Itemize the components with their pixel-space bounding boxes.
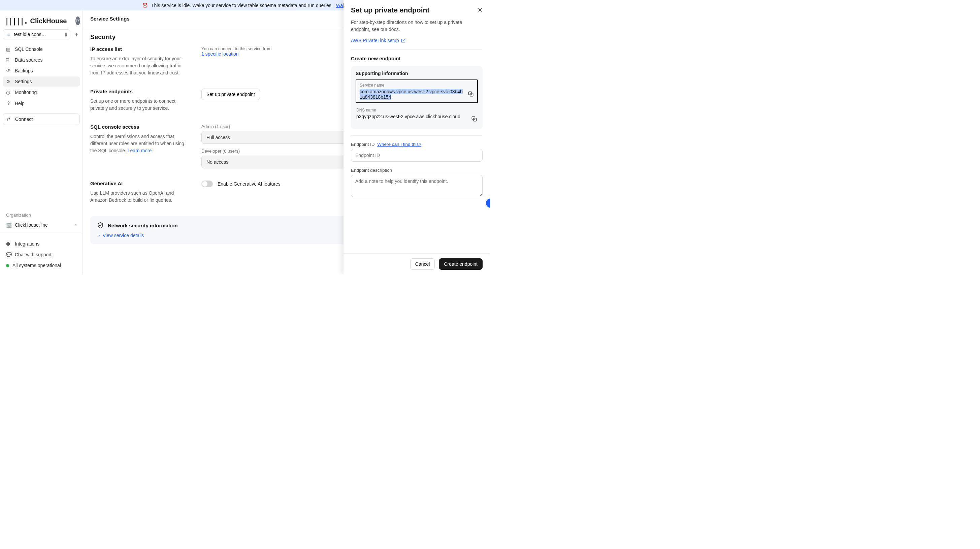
- sidebar-item-help[interactable]: ？ Help: [3, 98, 80, 109]
- service-name-value: com.amazonaws.vpce.us-west-2.vpce-svc-03…: [360, 89, 465, 100]
- external-link-icon: [401, 38, 406, 43]
- clock-icon: ⏰: [142, 3, 148, 8]
- supporting-information-box: Supporting information Service name com.…: [351, 66, 483, 129]
- generative-ai-toggle-label: Enable Generative AI features: [218, 181, 280, 186]
- aws-privatelink-setup-link[interactable]: AWS PrivateLink setup: [351, 38, 406, 43]
- sql-console-access-title: SQL console access: [90, 124, 188, 130]
- setup-private-endpoint-button[interactable]: Set up private endpoint: [201, 89, 260, 100]
- sql-console-access-desc: Control the permissions and access that …: [90, 133, 188, 154]
- chevron-updown-icon: ⇅: [65, 33, 67, 37]
- connect-button[interactable]: ⇄ Connect: [3, 113, 80, 125]
- sidebar: |||||. ClickHouse TS ☁️ test idle cons… …: [0, 10, 83, 275]
- private-endpoint-drawer: Set up private endpoint ✕ For step-by-st…: [344, 0, 490, 275]
- chevron-right-icon: ›: [98, 233, 100, 238]
- sidebar-item-monitoring[interactable]: ◷ Monitoring: [3, 87, 80, 97]
- status-dot-green-icon: [6, 264, 9, 267]
- sidebar-item-label: Backups: [15, 68, 33, 73]
- database-icon: ⌸: [6, 57, 11, 63]
- building-icon: 🏢: [6, 222, 11, 228]
- clickhouse-logo-icon: |||||.: [5, 17, 27, 25]
- chevron-right-icon: ›: [75, 222, 76, 228]
- puzzle-icon: ⬢: [6, 241, 11, 247]
- copy-icon[interactable]: [468, 91, 474, 97]
- avatar[interactable]: TS: [75, 16, 80, 25]
- endpoint-description-input[interactable]: [351, 175, 483, 197]
- sliders-icon: ⚙: [6, 79, 11, 84]
- service-selector[interactable]: ☁️ test idle cons… ⇅: [3, 29, 70, 40]
- connect-label: Connect: [15, 116, 33, 122]
- where-can-i-find-this-link[interactable]: Where can I find this?: [377, 142, 421, 147]
- generative-ai-toggle[interactable]: [201, 181, 213, 187]
- endpoint-id-input[interactable]: [351, 149, 483, 162]
- sidebar-item-label: Integrations: [15, 241, 40, 247]
- dns-name-label: DNS name: [356, 108, 477, 113]
- create-endpoint-button[interactable]: Create endpoint: [439, 258, 483, 270]
- sidebar-item-backups[interactable]: ↺ Backups: [3, 66, 80, 76]
- sidebar-item-sql-console[interactable]: ▤ SQL Console: [3, 44, 80, 54]
- service-name-label: Service name: [360, 83, 474, 88]
- org-name: ClickHouse, Inc: [15, 222, 48, 228]
- network-security-title: Network security information: [108, 223, 178, 228]
- sidebar-item-label: All systems operational: [13, 263, 61, 268]
- ip-access-desc: To ensure an extra layer of security for…: [90, 55, 188, 76]
- ip-access-title: IP access list: [90, 46, 188, 52]
- brand-row: |||||. ClickHouse TS: [3, 14, 80, 29]
- sidebar-item-chat-support[interactable]: 💬 Chat with support: [3, 250, 80, 260]
- sidebar-item-integrations[interactable]: ⬢ Integrations: [3, 239, 80, 249]
- shield-icon: [97, 222, 104, 229]
- ip-locations-link[interactable]: 1 specific location: [201, 51, 239, 57]
- drawer-description: For step-by-step directions on how to se…: [351, 19, 483, 33]
- sidebar-item-label: Settings: [15, 79, 32, 84]
- service-name-field: Service name com.amazonaws.vpce.us-west-…: [356, 80, 478, 103]
- sidebar-item-label: Chat with support: [15, 252, 51, 257]
- sidebar-item-status[interactable]: All systems operational: [3, 260, 80, 271]
- org-label: Organization: [3, 213, 80, 220]
- history-icon: ↺: [6, 68, 11, 73]
- close-icon[interactable]: ✕: [477, 6, 483, 14]
- private-endpoints-title: Private endpoints: [90, 89, 188, 94]
- supporting-information-title: Supporting information: [356, 71, 478, 76]
- chat-icon: 💬: [6, 252, 11, 257]
- brand-name: ClickHouse: [30, 17, 67, 25]
- terminal-icon: ▤: [6, 46, 11, 52]
- divider: [0, 234, 83, 234]
- generative-ai-desc: Use LLM providers such as OpenAI and Ama…: [90, 189, 188, 204]
- cancel-button[interactable]: Cancel: [410, 258, 435, 270]
- sidebar-item-label: Data sources: [15, 57, 43, 63]
- dns-name-value: p3qyqzppz2.us-west-2.vpce.aws.clickhouse…: [356, 114, 468, 119]
- service-name: test idle cons…: [14, 32, 46, 37]
- gauge-icon: ◷: [6, 89, 11, 95]
- org-selector[interactable]: 🏢 ClickHouse, Inc ›: [3, 220, 80, 231]
- drawer-title: Set up private endpoint: [351, 6, 430, 14]
- help-icon: ？: [6, 100, 11, 107]
- dns-name-field: DNS name p3qyqzppz2.us-west-2.vpce.aws.c…: [356, 105, 478, 125]
- sidebar-item-settings[interactable]: ⚙ Settings: [3, 76, 80, 87]
- copy-icon[interactable]: [471, 116, 477, 122]
- sidebar-item-label: SQL Console: [15, 46, 43, 52]
- plug-icon: ⇄: [6, 116, 12, 122]
- private-endpoints-desc: Set up one or more endpoints to connect …: [90, 98, 188, 112]
- aws-icon: ☁️: [6, 32, 11, 37]
- idle-banner-text: This service is idle. Wake your service …: [151, 3, 333, 8]
- generative-ai-title: Generative AI: [90, 181, 188, 186]
- add-service-button[interactable]: +: [73, 31, 80, 38]
- create-endpoint-heading: Create new endpoint: [351, 56, 483, 61]
- sidebar-item-data-sources[interactable]: ⌸ Data sources: [3, 55, 80, 65]
- endpoint-id-label: Endpoint ID Where can I find this?: [351, 142, 483, 147]
- sidebar-item-label: Help: [15, 101, 25, 106]
- endpoint-description-label: Endpoint description: [351, 168, 483, 173]
- sidebar-item-label: Monitoring: [15, 89, 37, 95]
- learn-more-link[interactable]: Learn more: [127, 148, 152, 153]
